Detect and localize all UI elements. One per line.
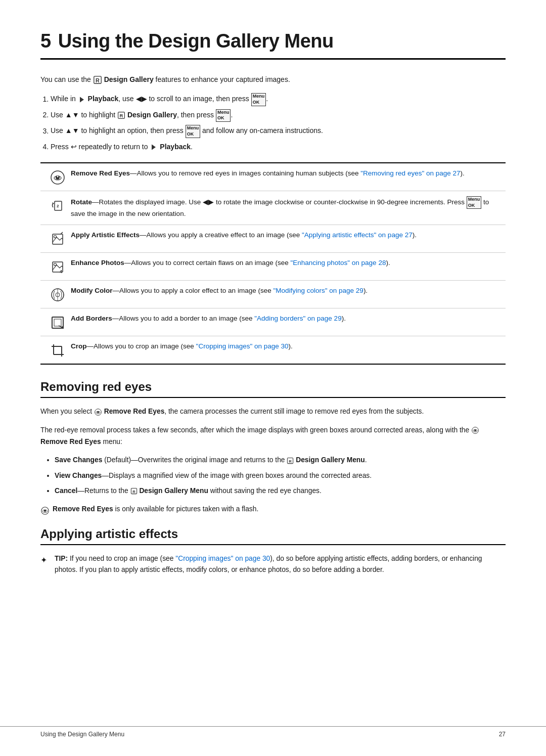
- page-container: 5Using the Design Gallery Menu You can u…: [40, 30, 506, 575]
- page-footer: Using the Design Gallery Menu 27: [0, 726, 546, 738]
- svg-rect-22: [52, 317, 63, 328]
- svg-text:R: R: [96, 77, 100, 83]
- artistic-effects-icon: [44, 230, 71, 247]
- enhance-photos-link[interactable]: "Enhancing photos" on page 28: [290, 259, 386, 266]
- footer-left: Using the Design Gallery Menu: [40, 731, 124, 738]
- add-borders-icon: [44, 314, 71, 331]
- table-row: 2 Rotate—Rotates the displayed image. Us…: [40, 191, 506, 225]
- removing-red-eyes-heading: Removing red eyes: [40, 380, 506, 398]
- svg-marker-2: [80, 97, 84, 102]
- bullet-save: Save Changes (Default)—Overwrites the or…: [55, 455, 506, 466]
- red-eye-link[interactable]: "Removing red eyes" on page 27: [360, 169, 460, 177]
- crop-tip-link[interactable]: "Cropping images" on page 30: [175, 555, 270, 562]
- svg-point-9: [57, 175, 59, 177]
- step-4: Press ↩ repeatedly to return to Playback…: [51, 141, 506, 152]
- chapter-number: 5: [40, 30, 51, 52]
- modify-color-icon: [44, 286, 71, 303]
- table-row: Add Borders—Allows you to add a border t…: [40, 308, 506, 336]
- step-2: Use ▲▼ to highlight R Design Gallery, th…: [51, 109, 506, 122]
- modify-color-desc: Modify Color—Allows you to apply a color…: [71, 286, 502, 296]
- red-eye-desc: Remove Red Eyes—Allows you to remove red…: [71, 168, 502, 179]
- red-eye-bullets: Save Changes (Default)—Overwrites the or…: [55, 455, 506, 496]
- svg-text:R: R: [120, 113, 123, 118]
- add-borders-desc: Add Borders—Allows you to add a border t…: [71, 314, 502, 324]
- svg-point-42: [44, 510, 47, 512]
- rotate-icon: 2: [44, 196, 71, 213]
- step-3: Use ▲▼ to highlight an option, then pres…: [51, 125, 506, 138]
- chapter-title: 5Using the Design Gallery Menu: [40, 30, 506, 60]
- tip-icon: ✦: [40, 554, 51, 567]
- bullet-cancel: Cancel—Returns to the R Design Gallery M…: [55, 485, 506, 497]
- tip-box: ✦ TIP: If you need to crop an image (see…: [40, 553, 506, 575]
- svg-point-17: [54, 263, 57, 266]
- red-eye-icon: [44, 168, 71, 186]
- svg-text:R: R: [132, 489, 135, 494]
- red-eye-note-icon: [40, 504, 50, 517]
- crop-link[interactable]: "Cropping images" on page 30: [196, 342, 289, 350]
- crop-icon: [44, 341, 71, 359]
- applying-artistic-heading: Applying artistic effects: [40, 527, 506, 545]
- table-row: 4 Enhance Photos—Allows you to correct c…: [40, 253, 506, 281]
- red-eye-note-text: Remove Red Eyes is only available for pi…: [53, 504, 258, 515]
- svg-rect-23: [54, 319, 61, 326]
- svg-point-32: [97, 411, 99, 413]
- rotate-desc: Rotate—Rotates the displayed image. Use …: [71, 196, 502, 219]
- intro-paragraph: You can use the R Design Gallery feature…: [40, 74, 506, 85]
- svg-point-14: [54, 236, 57, 238]
- enhance-photos-icon: 4: [44, 258, 71, 275]
- table-row: Apply Artistic Effects—Allows you apply …: [40, 225, 506, 253]
- features-table: Remove Red Eyes—Allows you to remove red…: [40, 162, 506, 365]
- table-row: Remove Red Eyes—Allows you to remove red…: [40, 163, 506, 191]
- svg-text:2: 2: [57, 204, 59, 208]
- crop-desc: Crop—Allows you to crop an image (see "C…: [71, 341, 502, 352]
- steps-list: While in Playback, use ◀▶ to scroll to a…: [51, 93, 506, 152]
- svg-text:4: 4: [60, 269, 62, 274]
- artistic-effects-link[interactable]: "Applying artistic effects" on page 27: [302, 231, 413, 239]
- add-borders-link[interactable]: "Adding borders" on page 29: [254, 315, 341, 322]
- artistic-effects-desc: Apply Artistic Effects—Allows you apply …: [71, 230, 502, 241]
- removing-para-1: When you select Remove Red Eyes, the cam…: [40, 406, 506, 418]
- removing-para-2: The red-eye removal process takes a few …: [40, 425, 506, 448]
- step-1: While in Playback, use ◀▶ to scroll to a…: [51, 93, 506, 106]
- footer-right: 27: [499, 731, 506, 738]
- red-eye-note: Remove Red Eyes is only available for pi…: [40, 504, 506, 517]
- bullet-view: View Changes—Displays a magnified view o…: [55, 470, 506, 481]
- tip-text: TIP: If you need to crop an image (see "…: [55, 553, 506, 575]
- svg-marker-5: [152, 144, 156, 150]
- svg-text:R: R: [289, 459, 292, 463]
- svg-point-35: [474, 429, 476, 431]
- chapter-title-text: Using the Design Gallery Menu: [58, 30, 334, 52]
- table-row: Modify Color—Allows you to apply a color…: [40, 281, 506, 308]
- table-row: Crop—Allows you to crop an image (see "C…: [40, 336, 506, 364]
- enhance-photos-desc: Enhance Photos—Allows you to correct cer…: [71, 258, 502, 269]
- modify-color-link[interactable]: "Modifying colors" on page 29: [273, 287, 363, 294]
